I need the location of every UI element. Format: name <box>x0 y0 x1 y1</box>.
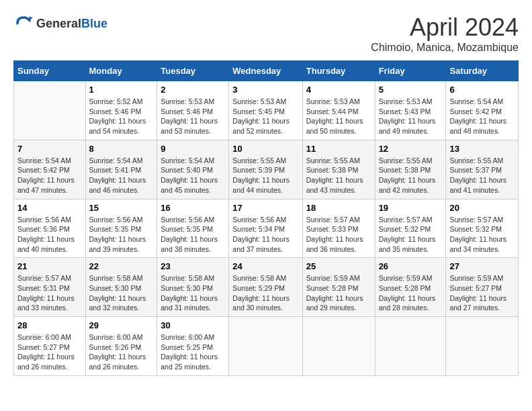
day-number: 14 <box>17 203 82 213</box>
day-number: 6 <box>449 85 515 95</box>
day-number: 11 <box>306 144 371 154</box>
day-info: Sunrise: 5:53 AM Sunset: 5:45 PM Dayligh… <box>232 97 298 136</box>
calendar-week-row: 14Sunrise: 5:56 AM Sunset: 5:36 PM Dayli… <box>14 199 519 258</box>
calendar-cell: 25Sunrise: 5:59 AM Sunset: 5:28 PM Dayli… <box>302 258 375 317</box>
day-info: Sunrise: 5:53 AM Sunset: 5:46 PM Dayligh… <box>161 97 225 136</box>
day-info: Sunrise: 5:55 AM Sunset: 5:38 PM Dayligh… <box>306 156 371 195</box>
day-info: Sunrise: 5:55 AM Sunset: 5:39 PM Dayligh… <box>232 156 298 195</box>
calendar-cell: 14Sunrise: 5:56 AM Sunset: 5:36 PM Dayli… <box>14 199 86 258</box>
calendar-cell <box>229 317 302 376</box>
day-info: Sunrise: 6:00 AM Sunset: 5:25 PM Dayligh… <box>161 332 225 372</box>
day-number: 18 <box>306 203 371 213</box>
logo-text-blue: Blue <box>81 17 107 31</box>
day-info: Sunrise: 5:56 AM Sunset: 5:34 PM Dayligh… <box>232 215 298 255</box>
calendar-cell: 16Sunrise: 5:56 AM Sunset: 5:35 PM Dayli… <box>157 199 229 258</box>
calendar-cell: 11Sunrise: 5:55 AM Sunset: 5:38 PM Dayli… <box>302 140 375 199</box>
day-number: 15 <box>89 203 154 213</box>
day-number: 1 <box>89 85 154 95</box>
day-info: Sunrise: 5:56 AM Sunset: 5:35 PM Dayligh… <box>89 215 154 255</box>
day-info: Sunrise: 5:53 AM Sunset: 5:43 PM Dayligh… <box>379 97 443 136</box>
page-subtitle: Chimoio, Manica, Mozambique <box>371 42 519 54</box>
day-number: 22 <box>89 261 154 271</box>
day-number: 10 <box>232 144 298 154</box>
column-header-tuesday: Tuesday <box>157 61 229 81</box>
day-info: Sunrise: 5:58 AM Sunset: 5:30 PM Dayligh… <box>89 273 154 313</box>
column-header-sunday: Sunday <box>14 61 86 81</box>
calendar-cell: 17Sunrise: 5:56 AM Sunset: 5:34 PM Dayli… <box>229 199 302 258</box>
day-number: 20 <box>449 203 515 213</box>
day-number: 8 <box>89 144 154 154</box>
day-info: Sunrise: 5:59 AM Sunset: 5:27 PM Dayligh… <box>449 273 515 313</box>
calendar-cell: 21Sunrise: 5:57 AM Sunset: 5:31 PM Dayli… <box>14 258 86 317</box>
day-info: Sunrise: 5:55 AM Sunset: 5:37 PM Dayligh… <box>449 156 515 195</box>
day-number: 12 <box>379 144 443 154</box>
calendar-cell: 4Sunrise: 5:53 AM Sunset: 5:44 PM Daylig… <box>302 81 375 140</box>
day-number: 26 <box>379 261 443 271</box>
day-number: 27 <box>449 261 515 271</box>
column-header-thursday: Thursday <box>302 61 375 81</box>
day-number: 30 <box>161 320 225 330</box>
day-number: 24 <box>232 261 298 271</box>
calendar-cell: 23Sunrise: 5:58 AM Sunset: 5:30 PM Dayli… <box>157 258 229 317</box>
day-info: Sunrise: 5:57 AM Sunset: 5:32 PM Dayligh… <box>379 215 443 255</box>
calendar-week-row: 7Sunrise: 5:54 AM Sunset: 5:42 PM Daylig… <box>14 140 519 199</box>
day-number: 5 <box>379 85 443 95</box>
logo-text-general: General <box>36 17 81 31</box>
calendar-cell: 10Sunrise: 5:55 AM Sunset: 5:39 PM Dayli… <box>229 140 302 199</box>
logo-icon <box>13 13 34 34</box>
calendar-cell: 12Sunrise: 5:55 AM Sunset: 5:38 PM Dayli… <box>375 140 446 199</box>
day-info: Sunrise: 5:58 AM Sunset: 5:29 PM Dayligh… <box>232 273 298 313</box>
day-number: 2 <box>161 85 225 95</box>
calendar-cell <box>446 317 519 376</box>
calendar-week-row: 1Sunrise: 5:52 AM Sunset: 5:46 PM Daylig… <box>14 81 519 140</box>
page-header: General Blue April 2024 Chimoio, Manica,… <box>13 13 519 54</box>
calendar-cell: 19Sunrise: 5:57 AM Sunset: 5:32 PM Dayli… <box>375 199 446 258</box>
day-info: Sunrise: 5:56 AM Sunset: 5:35 PM Dayligh… <box>161 215 225 255</box>
calendar-table: SundayMondayTuesdayWednesdayThursdayFrid… <box>13 60 519 376</box>
calendar-cell: 6Sunrise: 5:54 AM Sunset: 5:42 PM Daylig… <box>446 81 519 140</box>
day-number: 19 <box>379 203 443 213</box>
calendar-cell: 15Sunrise: 5:56 AM Sunset: 5:35 PM Dayli… <box>85 199 157 258</box>
day-number: 9 <box>161 144 225 154</box>
calendar-cell <box>375 317 446 376</box>
calendar-cell: 22Sunrise: 5:58 AM Sunset: 5:30 PM Dayli… <box>85 258 157 317</box>
calendar-cell: 1Sunrise: 5:52 AM Sunset: 5:46 PM Daylig… <box>85 81 157 140</box>
day-number: 17 <box>232 203 298 213</box>
calendar-header-row: SundayMondayTuesdayWednesdayThursdayFrid… <box>14 61 519 81</box>
day-number: 28 <box>17 320 82 330</box>
calendar-cell: 8Sunrise: 5:54 AM Sunset: 5:41 PM Daylig… <box>85 140 157 199</box>
day-info: Sunrise: 5:57 AM Sunset: 5:31 PM Dayligh… <box>17 273 82 313</box>
day-number: 29 <box>89 320 154 330</box>
logo: General Blue <box>13 13 107 34</box>
calendar-cell: 7Sunrise: 5:54 AM Sunset: 5:42 PM Daylig… <box>14 140 86 199</box>
day-info: Sunrise: 5:54 AM Sunset: 5:40 PM Dayligh… <box>161 156 225 195</box>
day-info: Sunrise: 5:55 AM Sunset: 5:38 PM Dayligh… <box>379 156 443 195</box>
calendar-cell: 9Sunrise: 5:54 AM Sunset: 5:40 PM Daylig… <box>157 140 229 199</box>
calendar-cell: 28Sunrise: 6:00 AM Sunset: 5:27 PM Dayli… <box>14 317 86 376</box>
day-info: Sunrise: 5:54 AM Sunset: 5:42 PM Dayligh… <box>449 97 515 136</box>
calendar-cell: 27Sunrise: 5:59 AM Sunset: 5:27 PM Dayli… <box>446 258 519 317</box>
title-block: April 2024 Chimoio, Manica, Mozambique <box>371 13 519 54</box>
day-number: 13 <box>449 144 515 154</box>
calendar-week-row: 28Sunrise: 6:00 AM Sunset: 5:27 PM Dayli… <box>14 317 519 376</box>
day-number: 3 <box>232 85 298 95</box>
calendar-cell: 26Sunrise: 5:59 AM Sunset: 5:28 PM Dayli… <box>375 258 446 317</box>
day-number: 25 <box>306 261 371 271</box>
day-info: Sunrise: 5:59 AM Sunset: 5:28 PM Dayligh… <box>306 273 371 313</box>
calendar-cell: 20Sunrise: 5:57 AM Sunset: 5:32 PM Dayli… <box>446 199 519 258</box>
calendar-cell: 13Sunrise: 5:55 AM Sunset: 5:37 PM Dayli… <box>446 140 519 199</box>
column-header-monday: Monday <box>85 61 157 81</box>
day-info: Sunrise: 5:54 AM Sunset: 5:41 PM Dayligh… <box>89 156 154 195</box>
day-number: 7 <box>17 144 82 154</box>
calendar-cell <box>302 317 375 376</box>
calendar-cell: 2Sunrise: 5:53 AM Sunset: 5:46 PM Daylig… <box>157 81 229 140</box>
day-number: 4 <box>306 85 371 95</box>
calendar-cell: 30Sunrise: 6:00 AM Sunset: 5:25 PM Dayli… <box>157 317 229 376</box>
day-info: Sunrise: 5:58 AM Sunset: 5:30 PM Dayligh… <box>161 273 225 313</box>
day-number: 16 <box>161 203 225 213</box>
day-info: Sunrise: 6:00 AM Sunset: 5:26 PM Dayligh… <box>89 332 154 372</box>
day-info: Sunrise: 5:54 AM Sunset: 5:42 PM Dayligh… <box>17 156 82 195</box>
calendar-cell: 29Sunrise: 6:00 AM Sunset: 5:26 PM Dayli… <box>85 317 157 376</box>
calendar-cell: 5Sunrise: 5:53 AM Sunset: 5:43 PM Daylig… <box>375 81 446 140</box>
day-info: Sunrise: 5:52 AM Sunset: 5:46 PM Dayligh… <box>89 97 154 136</box>
